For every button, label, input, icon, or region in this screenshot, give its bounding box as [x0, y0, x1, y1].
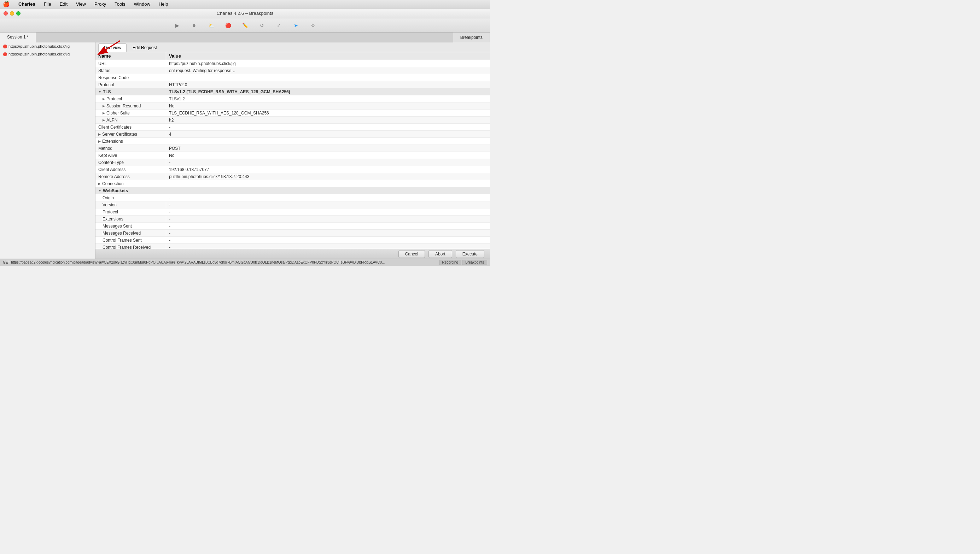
expand-extensions-icon[interactable]: ▶ [98, 140, 101, 143]
row-value-url: https://puzlhubin.photohubs.click/jig [166, 60, 490, 67]
row-name-alpn: ▶ALPN [96, 117, 166, 123]
minimize-button[interactable] [10, 11, 14, 16]
table-header: Name Value [96, 52, 490, 60]
row-value-ws-messages-recv: - [166, 230, 490, 236]
table-row: Client Address 192.168.0.187:57077 [96, 166, 490, 173]
content-area: 🔴 https://puzlhubin.photohubs.click/jig … [0, 42, 490, 259]
table-row: Control Frames Sent - [96, 237, 490, 244]
table-row: Protocol - [96, 209, 490, 215]
expand-server-certs-icon[interactable]: ▶ [98, 132, 101, 136]
toolbar-play-btn[interactable]: ▶ [172, 21, 182, 30]
expand-ws-icon[interactable]: ▼ [98, 189, 101, 193]
table-row: ▶Protocol TLSv1.2 [96, 96, 490, 102]
menu-charles[interactable]: Charles [17, 2, 37, 7]
cancel-button[interactable]: Cancel [398, 250, 425, 258]
menu-file[interactable]: File [42, 2, 53, 7]
tab-overview[interactable]: Overview [98, 43, 126, 52]
row-value-content-type: - [166, 159, 490, 166]
row-name-cipher-suite: ▶Cipher Suite [96, 110, 166, 116]
row-value-session-resumed: No [166, 103, 490, 109]
expand-tls-icon[interactable]: ▼ [98, 90, 101, 94]
table-row: Method POST [96, 145, 490, 152]
expand-connection-icon[interactable]: ▶ [98, 182, 101, 186]
apple-icon: 🍎 [3, 1, 10, 8]
maximize-button[interactable] [16, 11, 21, 16]
row-name-server-certs[interactable]: ▶Server Certificates [96, 131, 166, 137]
row-name-ws-messages-recv: Messages Received [96, 230, 166, 236]
row-value-ws-ctrl-recv: - [166, 244, 490, 249]
row-value-protocol: HTTP/2.0 [166, 81, 490, 88]
menu-edit[interactable]: Edit [58, 2, 69, 7]
table-row: Response Code - [96, 74, 490, 81]
row-name-ws-ctrl-sent: Control Frames Sent [96, 237, 166, 244]
menu-window[interactable]: Window [132, 2, 152, 7]
row-name-tls[interactable]: ▼ TLS [96, 89, 166, 95]
menu-help[interactable]: Help [157, 2, 170, 7]
menu-view[interactable]: View [75, 2, 87, 7]
breakpoints-tab[interactable]: Breakpoints [453, 32, 490, 42]
row-value-websockets [166, 190, 490, 191]
window-title: Charles 4.2.6 – Breakpoints [217, 11, 273, 16]
recording-tab-btn[interactable]: Recording [439, 259, 462, 265]
row-value-ws-origin: - [166, 195, 490, 201]
toolbar-cloud-btn[interactable]: ⛅ [206, 21, 216, 30]
session-tab[interactable]: Session 1 * [0, 32, 36, 42]
abort-button[interactable]: Abort [428, 250, 452, 258]
close-button[interactable] [3, 11, 8, 16]
table-row: Protocol HTTP/2.0 [96, 81, 490, 88]
row-value-extensions [166, 141, 490, 142]
row-value-alpn: h2 [166, 117, 490, 123]
row-name-ws-version: Version [96, 202, 166, 208]
menu-tools[interactable]: Tools [113, 2, 126, 7]
table-row: ▶Cipher Suite TLS_ECDHE_RSA_WITH_AES_128… [96, 110, 490, 116]
row-name-extensions[interactable]: ▶Extensions [96, 138, 166, 145]
toolbar-edit-btn[interactable]: ✏️ [240, 21, 250, 30]
breakpoints-tab-btn[interactable]: Breakpoints [462, 259, 487, 265]
toolbar: ▶ ⏺ ⛅ 🔴 ✏️ ↺ ✓ ➤ ⚙ [0, 18, 490, 32]
expand-cipher-icon[interactable]: ▶ [102, 111, 105, 115]
row-name-client-address: Client Address [96, 166, 166, 173]
table-row: Version - [96, 201, 490, 209]
expand-alpn-icon[interactable]: ▶ [102, 118, 105, 122]
row-value-ws-version: - [166, 202, 490, 208]
col-name-header: Name [96, 52, 166, 60]
row-value-status: ent request. Waiting for response… [166, 67, 490, 74]
menu-proxy[interactable]: Proxy [93, 2, 107, 7]
toolbar-check-btn[interactable]: ✓ [274, 21, 284, 30]
execute-button[interactable]: Execute [456, 250, 484, 258]
row-name-protocol: Protocol [96, 81, 166, 88]
row-name-tls-protocol: ▶Protocol [96, 96, 166, 102]
overview-table: URL https://puzlhubin.photohubs.click/ji… [96, 60, 490, 249]
row-value-ws-extensions: - [166, 216, 490, 222]
table-row: ▶Server Certificates 4 [96, 131, 490, 138]
toolbar-record-btn[interactable]: 🔴 [223, 21, 233, 30]
table-row: ▶ALPN h2 [96, 116, 490, 124]
toolbar-refresh-btn[interactable]: ↺ [257, 21, 267, 30]
table-row: Messages Received - [96, 230, 490, 237]
toolbar-send-btn[interactable]: ➤ [291, 21, 301, 30]
sidebar-item-1[interactable]: 🔴 https://puzlhubin.photohubs.click/jig [0, 42, 95, 50]
row-value-ws-ctrl-sent: - [166, 237, 490, 244]
sidebar-item-2[interactable]: 🔴 https://puzlhubin.photohubs.click/jig [0, 50, 95, 58]
row-value-tls: TLSv1.2 (TLS_ECDHE_RSA_WITH_AES_128_GCM_… [166, 89, 490, 95]
expand-tls-protocol-icon[interactable]: ▶ [102, 97, 105, 101]
row-name-ws-messages-sent: Messages Sent [96, 223, 166, 229]
toolbar-settings-btn[interactable]: ⚙ [308, 21, 318, 30]
row-value-remote-address: puzlhubin.photohubs.click/198.18.7.20:44… [166, 174, 490, 180]
expand-session-icon[interactable]: ▶ [102, 104, 105, 108]
row-name-content-type: Content-Type [96, 159, 166, 166]
row-name-connection[interactable]: ▶Connection [96, 180, 166, 187]
titlebar: Charles 4.2.6 – Breakpoints [0, 8, 490, 18]
toolbar-stop-btn[interactable]: ⏺ [189, 21, 199, 30]
row-name-client-certs: Client Certificates [96, 124, 166, 131]
row-name-websockets[interactable]: ▼ WebSockets [96, 188, 166, 194]
row-value-tls-protocol: TLSv1.2 [166, 96, 490, 102]
table-row: Messages Sent - [96, 223, 490, 230]
row-value-client-certs: - [166, 124, 490, 131]
row-name-ws-protocol: Protocol [96, 209, 166, 215]
row-value-method: POST [166, 145, 490, 151]
tabbar: Session 1 * Breakpoints [0, 32, 490, 42]
tab-edit-request[interactable]: Edit Request [127, 43, 162, 52]
row-value-ws-messages-sent: - [166, 223, 490, 229]
error-icon-1: 🔴 [3, 45, 7, 48]
